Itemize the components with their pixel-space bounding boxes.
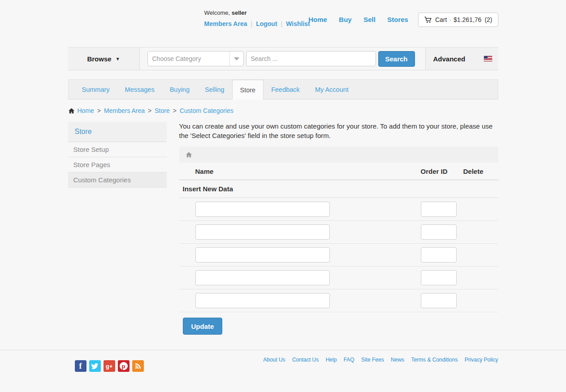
update-button[interactable]: Update bbox=[183, 318, 223, 335]
category-name-input[interactable] bbox=[195, 293, 330, 308]
chevron-down-icon bbox=[234, 57, 239, 60]
store-sidebar: Store Store Setup Store Pages Custom Cat… bbox=[68, 122, 167, 188]
nav-stores[interactable]: Stores bbox=[387, 16, 408, 23]
cart-label: Cart bbox=[435, 16, 447, 23]
table-row bbox=[179, 244, 498, 267]
member-tabs: Summary Messages Buying Selling Store Fe… bbox=[68, 79, 498, 99]
page-footer: About Us Contact Us Help FAQ Site Fees N… bbox=[68, 350, 498, 386]
search-input[interactable] bbox=[246, 51, 376, 66]
top-nav: Home Buy Sell Stores bbox=[308, 16, 418, 24]
search-band: Browse ▼ Choose Category Search Advanced bbox=[68, 47, 498, 70]
tab-messages[interactable]: Messages bbox=[117, 80, 162, 99]
cart-separator: · bbox=[449, 16, 451, 23]
footer-contact-us[interactable]: Contact Us bbox=[292, 357, 319, 363]
nav-buy[interactable]: Buy bbox=[339, 16, 351, 23]
sidebar-title: Store bbox=[68, 122, 167, 142]
table-row bbox=[179, 267, 498, 289]
category-select-value: Choose Category bbox=[152, 55, 201, 62]
advanced-search-link[interactable]: Advanced bbox=[433, 55, 466, 63]
welcome-block: Welcome, seller Members Area|Logout|Wish… bbox=[204, 9, 310, 27]
page-header: Welcome, seller Members Area|Logout|Wish… bbox=[68, 0, 498, 47]
facebook-icon[interactable]: f bbox=[75, 360, 86, 372]
sidebar-item-store-setup[interactable]: Store Setup bbox=[68, 142, 167, 157]
footer-privacy[interactable]: Privacy Policy bbox=[465, 357, 498, 363]
category-select[interactable]: Choose Category bbox=[147, 51, 244, 66]
category-name-input[interactable] bbox=[195, 247, 330, 263]
cart-amount: $1.261,76 bbox=[454, 16, 481, 23]
search-button[interactable]: Search bbox=[378, 51, 415, 67]
breadcrumb-custom-categories[interactable]: Custom Categories bbox=[180, 107, 233, 114]
page-description: You can create and use your own custom c… bbox=[179, 122, 498, 140]
logout-link[interactable]: Logout bbox=[256, 20, 277, 27]
welcome-text: Welcome, seller bbox=[204, 9, 247, 16]
column-name: Name bbox=[195, 168, 214, 175]
cart-count: (2) bbox=[484, 16, 492, 23]
tab-summary[interactable]: Summary bbox=[74, 80, 117, 99]
footer-news[interactable]: News bbox=[391, 357, 404, 363]
table-header: Name Order ID Delete bbox=[179, 163, 498, 180]
browse-menu-button[interactable]: Browse ▼ bbox=[68, 47, 140, 70]
breadcrumb: Home > Members Area > Store > Custom Cat… bbox=[68, 107, 498, 114]
category-name-input[interactable] bbox=[195, 202, 330, 217]
breadcrumb-store[interactable]: Store bbox=[155, 107, 169, 114]
order-id-input[interactable] bbox=[421, 202, 457, 217]
username: seller bbox=[232, 9, 247, 16]
tab-feedback[interactable]: Feedback bbox=[264, 80, 307, 99]
table-row bbox=[179, 221, 498, 244]
cart-button[interactable]: Cart · $1.261,76 (2) bbox=[418, 13, 498, 27]
order-id-input[interactable] bbox=[421, 270, 457, 285]
footer-about-us[interactable]: About Us bbox=[263, 357, 285, 363]
footer-faq[interactable]: FAQ bbox=[344, 357, 354, 363]
wishlist-link[interactable]: Wishlist bbox=[286, 20, 310, 27]
google-plus-icon[interactable]: g+ bbox=[104, 360, 115, 372]
browse-label: Browse bbox=[87, 55, 111, 63]
sidebar-item-store-pages[interactable]: Store Pages bbox=[68, 157, 167, 172]
nav-home[interactable]: Home bbox=[308, 16, 327, 23]
us-flag-icon[interactable] bbox=[484, 56, 492, 61]
breadcrumb-home[interactable]: Home bbox=[78, 107, 94, 114]
nav-sell[interactable]: Sell bbox=[363, 16, 376, 23]
order-id-input[interactable] bbox=[421, 224, 457, 240]
tab-buying[interactable]: Buying bbox=[162, 80, 197, 99]
column-delete: Delete bbox=[452, 168, 495, 175]
home-icon[interactable] bbox=[186, 151, 192, 158]
twitter-icon[interactable] bbox=[89, 360, 101, 372]
footer-site-fees[interactable]: Site Fees bbox=[361, 357, 384, 363]
custom-categories-panel: You can create and use your own custom c… bbox=[179, 122, 498, 335]
cart-icon bbox=[424, 16, 432, 24]
pinterest-icon[interactable]: p bbox=[118, 360, 130, 372]
category-root-bar bbox=[179, 146, 498, 163]
order-id-input[interactable] bbox=[421, 293, 457, 308]
members-area-link[interactable]: Members Area bbox=[204, 20, 247, 27]
insert-new-data-label: Insert New Data bbox=[179, 180, 498, 198]
tab-store[interactable]: Store bbox=[232, 80, 264, 99]
breadcrumb-members-area[interactable]: Members Area bbox=[104, 107, 145, 114]
rss-icon[interactable] bbox=[132, 360, 144, 372]
home-icon bbox=[68, 108, 75, 114]
category-name-input[interactable] bbox=[195, 224, 330, 240]
order-id-input[interactable] bbox=[421, 247, 457, 263]
footer-help[interactable]: Help bbox=[326, 357, 337, 363]
select-dropdown-area bbox=[229, 52, 243, 66]
footer-terms[interactable]: Terms & Conditions bbox=[411, 357, 458, 363]
sidebar-item-custom-categories[interactable]: Custom Categories bbox=[68, 172, 167, 188]
tab-my-account[interactable]: My Account bbox=[307, 80, 356, 99]
table-row bbox=[179, 289, 498, 312]
browse-caret-icon: ▼ bbox=[116, 56, 120, 61]
table-row bbox=[179, 198, 498, 221]
tab-selling[interactable]: Selling bbox=[197, 80, 232, 99]
column-order-id: Order ID bbox=[416, 168, 452, 175]
category-name-input[interactable] bbox=[195, 270, 330, 285]
